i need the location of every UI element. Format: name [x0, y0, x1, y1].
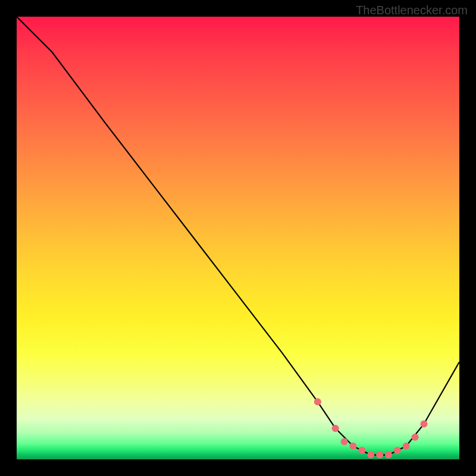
chart-svg: [17, 17, 459, 459]
marker-point: [385, 452, 392, 459]
marker-point: [349, 443, 356, 450]
marker-point: [421, 421, 428, 428]
bottleneck-curve-path: [17, 17, 459, 455]
marker-point: [403, 443, 410, 450]
highlight-markers: [314, 398, 428, 458]
marker-point: [314, 398, 321, 405]
marker-point: [394, 447, 401, 454]
marker-point: [376, 452, 383, 459]
marker-point: [358, 447, 365, 454]
marker-point: [341, 438, 348, 445]
marker-point: [367, 452, 374, 459]
marker-point: [412, 434, 419, 441]
plot-area: [17, 17, 459, 459]
watermark-text: TheBottlenecker.com: [356, 4, 468, 17]
marker-point: [332, 425, 339, 432]
